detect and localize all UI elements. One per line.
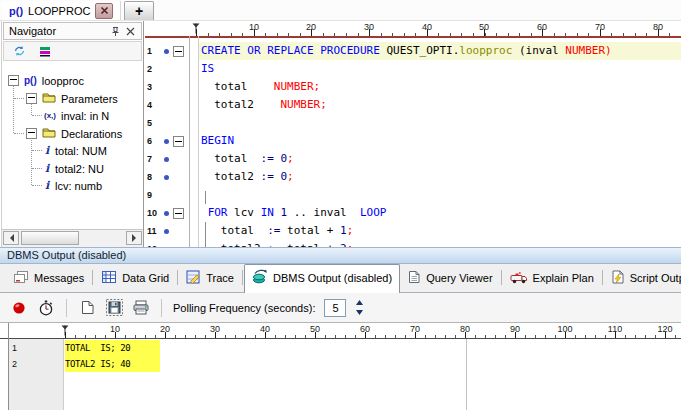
navigator-horizontal-scrollbar[interactable]: [2, 229, 143, 247]
toad-ide-window: p() LOOPPROC + Navigator: [0, 0, 681, 410]
polling-frequency-stepper[interactable]: [355, 299, 364, 316]
executable-line-dot: [164, 229, 169, 234]
tab-dbms-output[interactable]: DBMS Output (disabled): [244, 264, 400, 293]
executable-line-dot: [164, 49, 169, 54]
code-line: 11 total := total + 1;: [145, 222, 681, 240]
fold-collapse-icon[interactable]: [173, 46, 184, 57]
navigator-tree: p() loopproc Parameters (x,) inval: in N…: [2, 62, 143, 229]
code-line: 1 CREATE OR REPLACE PROCEDURE QUEST_OPTI…: [145, 42, 681, 60]
tree-item-label: inval: in N: [61, 110, 109, 122]
folder-icon: [42, 92, 56, 105]
tab-label: Query Viewer: [426, 272, 492, 284]
code-editor[interactable]: 10 20 30 40 50 60 70 80 1 CREATE OR REP: [145, 21, 681, 247]
ruler-number: 80: [653, 22, 663, 32]
ruler-number: 90: [510, 324, 520, 334]
parameter-icon: (x,): [44, 111, 56, 120]
executable-line-dot: [164, 139, 169, 144]
ruler-number: 70: [595, 22, 605, 32]
tab-explain-plan[interactable]: Explain Plan: [503, 266, 601, 292]
code-line: 10 FOR lcv IN 1 .. inval LOOP: [145, 204, 681, 222]
tree-item-loopproc[interactable]: p() loopproc: [8, 72, 84, 89]
tree-guide: [32, 168, 42, 169]
line-number: 11: [147, 222, 157, 240]
code-line: 5: [145, 114, 681, 132]
dbms-output-area[interactable]: 10 20 30 40 50 60 70 80 90 100 110 120 1…: [0, 323, 681, 410]
fold-collapse-icon[interactable]: [173, 208, 184, 219]
ruler-number: 10: [110, 324, 120, 334]
polling-frequency-input[interactable]: [324, 299, 346, 317]
tree-item-label: total: NUM: [55, 145, 107, 157]
new-document-button[interactable]: [76, 297, 98, 319]
ruler-number: 50: [310, 324, 320, 334]
tree-item-label: Declarations: [61, 128, 122, 140]
collapse-icon[interactable]: [8, 75, 19, 86]
code-line: 3 total NUMBER;: [145, 78, 681, 96]
ruler-number: 20: [306, 22, 316, 32]
tree-item-total[interactable]: i total: NUM: [44, 142, 107, 159]
tree-item-label: Parameters: [61, 93, 118, 105]
code-lines[interactable]: 1 CREATE OR REPLACE PROCEDURE QUEST_OPTI…: [145, 42, 681, 247]
ruler-number: 70: [410, 324, 420, 334]
tab-data-grid[interactable]: Data Grid: [94, 266, 176, 292]
line-number: 5: [147, 114, 152, 132]
tree-item-label: loopproc: [42, 75, 84, 87]
output-line: TOTAL2 IS; 40: [65, 356, 160, 372]
explain-plan-icon: [510, 270, 528, 286]
navigator-toolbar: [3, 41, 142, 61]
tab-label: Trace: [206, 272, 234, 284]
collapse-icon[interactable]: [26, 93, 37, 104]
close-tab-icon[interactable]: [95, 3, 113, 19]
close-navigator-icon[interactable]: [123, 24, 138, 38]
scroll-right-button[interactable]: [126, 231, 142, 245]
output-tabbar: Messages Data Grid Trace DBMS Output (di…: [0, 264, 681, 293]
sort-category-icon[interactable]: [37, 44, 53, 58]
new-tab-button[interactable]: +: [124, 1, 154, 20]
ruler-number: 120: [657, 324, 672, 334]
fold-collapse-icon[interactable]: [173, 136, 184, 147]
code-line: 4 total2 NUMBER;: [145, 96, 681, 114]
tab-separator: [92, 270, 93, 285]
line-number: 1: [12, 340, 17, 356]
tree-guide: [32, 115, 42, 116]
variable-icon: i: [44, 144, 50, 157]
trace-icon: [186, 270, 201, 286]
tree-guide: [32, 185, 42, 186]
pin-icon[interactable]: [108, 24, 123, 38]
ruler-number: 30: [364, 22, 374, 32]
toggle-output-button[interactable]: [8, 297, 30, 319]
document-tab-loopproc[interactable]: p() LOOPPROC: [2, 1, 121, 20]
collapse-icon[interactable]: [26, 128, 37, 139]
tab-separator: [177, 270, 178, 285]
ruler-number: 60: [360, 324, 370, 334]
ruler-number: 100: [557, 324, 572, 334]
code-line: 2 IS: [145, 60, 681, 78]
main-area: Navigator: [0, 21, 681, 247]
output-toolbar: Polling Frequency (seconds):: [0, 293, 681, 323]
tree-item-total2[interactable]: i total2: NU: [44, 160, 104, 177]
scroll-left-button[interactable]: [3, 231, 19, 245]
tree-item-inval[interactable]: (x,) inval: in N: [44, 107, 109, 124]
tree-guide: [14, 133, 24, 134]
tree-item-declarations[interactable]: Declarations: [26, 125, 122, 142]
save-output-button[interactable]: [103, 297, 125, 319]
line-number: 2: [12, 356, 17, 372]
code-line: 7 total := 0;: [145, 150, 681, 168]
document-tab-title: LOOPPROC: [28, 5, 90, 17]
scrollbar-thumb[interactable]: [21, 231, 79, 245]
ruler-cursor-marker: [61, 325, 69, 338]
tab-messages[interactable]: Messages: [6, 266, 91, 292]
stopwatch-icon[interactable]: [35, 297, 57, 319]
tab-trace[interactable]: Trace: [179, 266, 241, 292]
tree-item-label: total2: NU: [55, 163, 104, 175]
refresh-icon[interactable]: [11, 44, 27, 58]
tab-script-output[interactable]: Script Output: [604, 266, 681, 292]
tree-item-parameters[interactable]: Parameters: [26, 90, 118, 107]
tree-item-lcv[interactable]: i lcv: numb: [44, 177, 102, 194]
line-number: 1: [147, 42, 152, 60]
ruler-number: 50: [479, 22, 489, 32]
tab-query-viewer[interactable]: Query Viewer: [400, 266, 499, 292]
ruler-number: 60: [537, 22, 547, 32]
print-button[interactable]: [130, 297, 152, 319]
executable-line-dot: [164, 175, 169, 180]
code-line: 12 total2 := total + 2;: [145, 240, 681, 247]
